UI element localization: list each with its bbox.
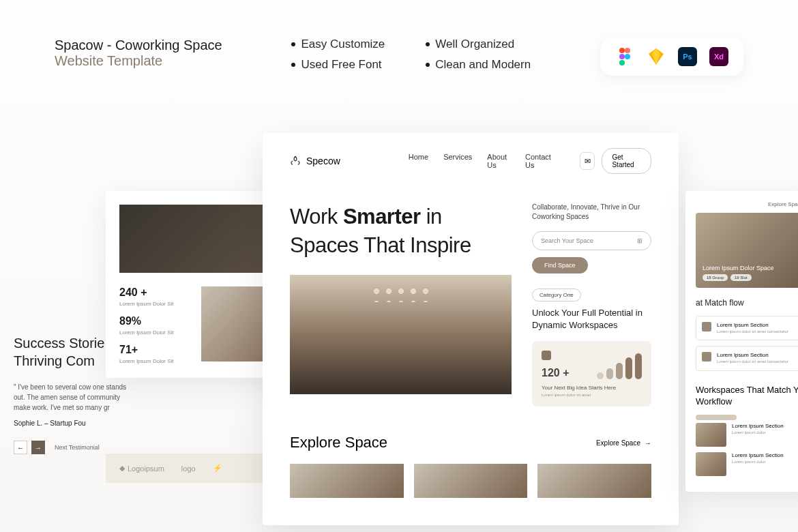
svg-point-4 bbox=[619, 60, 625, 65]
feature-item: Used Free Font bbox=[301, 58, 381, 72]
explore-link[interactable]: Explore Space → bbox=[696, 201, 798, 207]
feature-item: Clean and Modern bbox=[435, 58, 531, 72]
title-main: Spacow - Coworking Space bbox=[55, 38, 222, 53]
bar-chart-icon bbox=[597, 353, 642, 379]
svg-point-2 bbox=[619, 54, 625, 59]
get-started-button[interactable]: Get Started bbox=[602, 148, 651, 174]
figma-icon bbox=[615, 47, 634, 66]
app-badges: Ps Xd bbox=[600, 38, 743, 76]
workspace-item[interactable]: Lorem Ipsum SectionLorem ipsum dolor bbox=[696, 423, 798, 447]
logo-item: ◆ Logoipsum bbox=[119, 464, 164, 473]
svg-point-0 bbox=[619, 48, 625, 53]
brand-icon bbox=[290, 156, 301, 166]
svg-point-1 bbox=[625, 48, 630, 53]
hero-image bbox=[290, 275, 512, 394]
qr-icon: ⊞ bbox=[637, 237, 642, 244]
workspace-title: Workspaces That Match Your Workflow bbox=[696, 385, 798, 408]
stats-side-image bbox=[201, 286, 269, 361]
explore-item[interactable] bbox=[414, 464, 528, 498]
nav-link[interactable]: Services bbox=[443, 153, 472, 169]
find-space-button[interactable]: Find Space bbox=[532, 257, 588, 274]
main-preview-card: Specow Home Services About Us Contact Us… bbox=[263, 133, 679, 525]
item-icon bbox=[702, 352, 711, 361]
explore-link[interactable]: Explore Space→ bbox=[596, 439, 651, 447]
testimonial-author: Sophie L. – Startup Fou bbox=[14, 419, 136, 427]
nav-link[interactable]: About Us bbox=[487, 153, 510, 169]
product-title: Spacow - Coworking Space Website Templat… bbox=[55, 38, 222, 69]
svg-point-3 bbox=[625, 54, 630, 59]
workspace-item[interactable]: Lorem Ipsum SectionLorem ipsum dolor bbox=[696, 452, 798, 476]
stats-hero-image bbox=[119, 205, 269, 273]
nav-link[interactable]: Home bbox=[409, 153, 428, 169]
list-item[interactable]: Lorem Ipsum SectionLorem ipsum dolor sit… bbox=[696, 316, 798, 341]
nav-link[interactable]: Contact Us bbox=[525, 153, 552, 169]
explore-item[interactable] bbox=[537, 464, 651, 498]
search-input[interactable]: Search Your Space⊞ bbox=[532, 231, 651, 250]
xd-icon: Xd bbox=[709, 47, 728, 66]
logo-item: ⚡ bbox=[213, 464, 222, 473]
next-label: Next Testimonial bbox=[55, 444, 100, 451]
logo-item: logo bbox=[181, 464, 196, 473]
category-chip[interactable]: Category One bbox=[532, 289, 581, 301]
next-arrow-button[interactable]: → bbox=[31, 441, 45, 454]
explore-title: Explore Space bbox=[290, 434, 387, 452]
testimonial-quote: " I've been to several cow one stands ou… bbox=[14, 382, 136, 413]
chart-icon bbox=[542, 351, 551, 360]
logo-strip: ◆ Logoipsum logo ⚡ bbox=[106, 454, 283, 483]
feature-item: Easy Customize bbox=[301, 38, 385, 51]
explore-item[interactable] bbox=[290, 464, 404, 498]
prev-arrow-button[interactable]: ← bbox=[14, 441, 27, 454]
list-item[interactable]: Lorem Ipsum SectionLorem ipsum dolor sit… bbox=[696, 346, 798, 371]
feature-list: Easy Customize Used Free Font Well Organ… bbox=[291, 38, 531, 72]
right-preview-card: Explore Space → → Lorem Ipsum Dolor Spac… bbox=[685, 191, 798, 492]
title-sub: Website Template bbox=[55, 53, 222, 69]
space-image: → Lorem Ipsum Dolor Space 18 Group19 Slo… bbox=[696, 213, 798, 288]
sketch-icon bbox=[647, 47, 666, 66]
mail-button[interactable]: ✉ bbox=[580, 152, 595, 170]
sub-headline: Unlock Your Full Potential in Dynamic Wo… bbox=[532, 307, 651, 331]
item-icon bbox=[702, 322, 711, 331]
photoshop-icon: Ps bbox=[678, 47, 697, 66]
stats-card: 240 +Lorem Ipsum Dolor Sit 89%Lorem Ipsu… bbox=[106, 191, 283, 378]
arrow-right-icon: → bbox=[645, 439, 651, 447]
feature-item: Well Organized bbox=[435, 38, 514, 51]
stat-card: 120 + Your Next Big Idea Starts Here Lor… bbox=[532, 341, 651, 407]
brand[interactable]: Specow bbox=[290, 156, 340, 166]
chip-placeholder bbox=[696, 415, 737, 420]
tagline: Collaborate, Innovate, Thrive in Our Cow… bbox=[532, 203, 651, 222]
hero-title: Work Smarter in Spaces That Inspire bbox=[290, 203, 512, 260]
